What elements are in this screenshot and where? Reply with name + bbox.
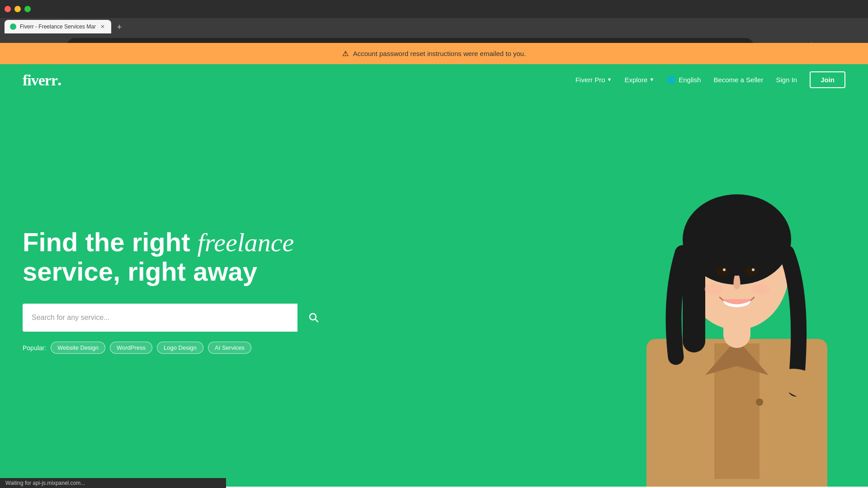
window-controls [5,6,31,12]
main-nav: fiverr. Fiverr Pro ▼ Explore ▼ 🌐 English… [0,64,868,95]
window-close-button[interactable] [5,6,11,12]
svg-point-23 [723,268,726,271]
fiverr-pro-chevron-icon: ▼ [607,77,612,82]
svg-line-11 [315,319,318,322]
svg-point-25 [704,284,722,295]
nav-links: Fiverr Pro ▼ Explore ▼ 🌐 English Become … [576,71,845,88]
popular-label: Popular: [23,344,46,352]
explore-chevron-icon: ▼ [649,77,654,82]
svg-point-26 [751,284,769,295]
tab-close-button[interactable]: ✕ [99,23,106,31]
svg-point-21 [716,267,729,276]
new-tab-button[interactable]: + [113,21,126,33]
svg-point-22 [745,267,758,276]
alert-message: Account password reset instructions were… [353,50,526,57]
nav-fiverr-pro[interactable]: Fiverr Pro ▼ [576,76,612,84]
tag-logo-design[interactable]: Logo Design [157,342,203,354]
nav-explore[interactable]: Explore ▼ [624,76,654,84]
alert-icon: ⚠ [342,49,349,58]
join-button[interactable]: Join [810,71,845,88]
nav-become-seller[interactable]: Become a Seller [713,76,763,84]
browser-chrome: Fiverr - Freelance Services Mar ✕ + ← → … [0,0,868,43]
svg-point-24 [752,268,755,271]
tag-ai-services[interactable]: AI Services [208,342,251,354]
tag-website-design[interactable]: Website Design [51,342,105,354]
search-input[interactable] [23,304,297,332]
hero-content: Find the right freelance service, right … [23,228,330,354]
hero-person-image [606,95,868,487]
hero-section: Find the right freelance service, right … [0,95,868,487]
hero-headline-italic: freelance [198,228,294,257]
tab-bar: Fiverr - Freelance Services Mar ✕ + [0,18,868,33]
window-minimize-button[interactable] [14,6,21,12]
tab-favicon [10,23,16,30]
active-tab[interactable]: Fiverr - Freelance Services Mar ✕ [5,20,111,33]
hero-headline-part1: Find the right [23,227,198,257]
fiverr-logo[interactable]: fiverr. [23,70,576,89]
search-bar [23,304,330,332]
popular-tags: Popular: Website Design WordPress Logo D… [23,342,330,354]
window-maximize-button[interactable] [24,6,31,12]
hero-headline-part2: service, right away [23,257,257,286]
alert-banner: ⚠ Account password reset instructions we… [0,43,868,64]
nav-sign-in[interactable]: Sign In [776,76,797,84]
page-content: ⚠ Account password reset instructions we… [0,43,868,488]
tag-wordpress[interactable]: WordPress [110,342,152,354]
tab-title: Fiverr - Freelance Services Mar [20,23,96,30]
hero-headline: Find the right freelance service, right … [23,228,330,286]
status-text: Waiting for api-js.mixpanel.com... [5,480,85,486]
search-icon [309,313,319,323]
svg-point-27 [756,399,763,406]
status-bar: Waiting for api-js.mixpanel.com... [0,478,226,488]
search-button[interactable] [297,304,330,332]
globe-icon: 🌐 [667,75,676,84]
title-bar [0,0,868,18]
nav-language[interactable]: 🌐 English [667,75,701,84]
